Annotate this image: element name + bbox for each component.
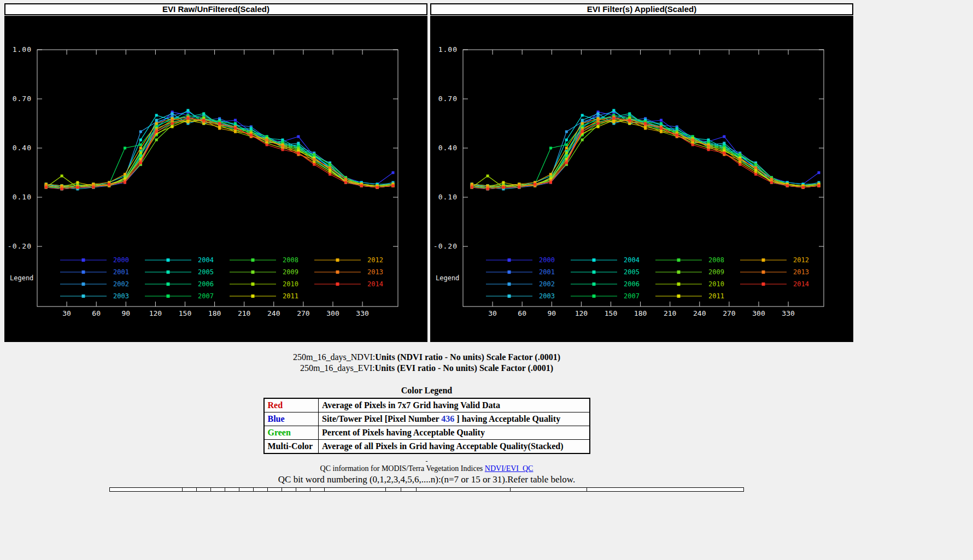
qc-table-cell bbox=[211, 488, 225, 492]
color-legend-table: Red Average of Pixels in 7x7 Grid having… bbox=[263, 398, 590, 454]
svg-text:2007: 2007 bbox=[198, 292, 214, 300]
svg-text:120: 120 bbox=[149, 309, 162, 317]
ndvi-units-text: Units (NDVI ratio - No units) Scale Fact… bbox=[375, 352, 560, 362]
evi-raw-panel: EVI Raw/UnFiltered(Scaled) 1.000.700.400… bbox=[4, 3, 427, 342]
color-desc-blue: Site/Tower Pixel [Pixel Number 436 ] hav… bbox=[319, 412, 590, 426]
svg-text:2004: 2004 bbox=[624, 256, 640, 264]
svg-text:2013: 2013 bbox=[367, 268, 383, 276]
svg-text:150: 150 bbox=[179, 309, 191, 317]
evi-filtered-chart-area: 1.000.700.400.10-0.203060901201501802102… bbox=[430, 16, 853, 342]
units-captions: 250m_16_days_NDVI:Units (NDVI ratio - No… bbox=[0, 352, 853, 374]
qc-table-cell bbox=[511, 488, 587, 492]
qc-table-cell bbox=[401, 488, 417, 492]
color-key-green: Green bbox=[264, 426, 319, 440]
qc-table-cell bbox=[282, 488, 296, 492]
svg-text:2000: 2000 bbox=[539, 256, 555, 264]
svg-text:2012: 2012 bbox=[793, 256, 809, 264]
qc-info-text: QC information for MODIS/Terra Vegetatio… bbox=[320, 464, 485, 473]
svg-text:2006: 2006 bbox=[624, 280, 640, 288]
evi-raw-chart-area: 1.000.700.400.10-0.203060901201501802102… bbox=[4, 16, 427, 342]
svg-text:30: 30 bbox=[488, 309, 497, 317]
color-key-red: Red bbox=[264, 398, 319, 412]
svg-text:Legend: Legend bbox=[436, 274, 459, 282]
svg-text:2007: 2007 bbox=[624, 292, 640, 300]
svg-text:0.40: 0.40 bbox=[438, 144, 458, 152]
svg-text:2001: 2001 bbox=[539, 268, 555, 276]
svg-text:2002: 2002 bbox=[539, 280, 555, 288]
qc-info-line: QC information for MODIS/Terra Vegetatio… bbox=[0, 464, 853, 474]
svg-text:300: 300 bbox=[752, 309, 765, 317]
qc-table-cell bbox=[587, 488, 743, 492]
svg-text:2004: 2004 bbox=[198, 256, 214, 264]
svg-text:2003: 2003 bbox=[113, 292, 129, 300]
qc-table-cell bbox=[386, 488, 401, 492]
qc-table-cell bbox=[310, 488, 325, 492]
evi-filtered-panel: EVI Filter(s) Applied(Scaled) 1.000.700.… bbox=[430, 3, 853, 342]
page: { "panels": [ { "title": "EVI Raw/UnFilt… bbox=[0, 0, 973, 560]
svg-text:180: 180 bbox=[634, 309, 647, 317]
evi-units-caption: 250m_16_days_EVI:Units (EVI ratio - No u… bbox=[0, 363, 853, 374]
qc-bit-line: QC bit word numbering (0,1,2,3,4,5,6,...… bbox=[0, 474, 853, 486]
svg-text:240: 240 bbox=[267, 309, 280, 317]
color-legend-row-multicolor: Multi-Color Average of all Pixels in Gri… bbox=[264, 440, 590, 454]
svg-text:2012: 2012 bbox=[367, 256, 383, 264]
color-legend-row-blue: Blue Site/Tower Pixel [Pixel Number 436 … bbox=[264, 412, 590, 426]
svg-text:270: 270 bbox=[723, 309, 735, 317]
svg-text:330: 330 bbox=[356, 309, 368, 317]
svg-text:150: 150 bbox=[605, 309, 617, 317]
svg-text:180: 180 bbox=[208, 309, 221, 317]
svg-text:0.10: 0.10 bbox=[438, 193, 458, 201]
svg-text:2009: 2009 bbox=[708, 268, 724, 276]
svg-text:0.70: 0.70 bbox=[438, 95, 458, 103]
svg-text:300: 300 bbox=[326, 309, 339, 317]
qc-table-cell bbox=[225, 488, 239, 492]
svg-text:2003: 2003 bbox=[539, 292, 555, 300]
svg-text:2008: 2008 bbox=[283, 256, 298, 264]
svg-text:2008: 2008 bbox=[708, 256, 724, 264]
svg-text:2002: 2002 bbox=[113, 280, 129, 288]
svg-text:1.00: 1.00 bbox=[438, 45, 458, 54]
evi-units-prefix: 250m_16_days_EVI: bbox=[300, 363, 375, 373]
ndvi-units-prefix: 250m_16_days_NDVI: bbox=[293, 352, 375, 362]
qc-table-cell bbox=[268, 488, 282, 492]
color-legend-title: Color Legend bbox=[0, 386, 853, 396]
pixel-number-value: 436 bbox=[441, 414, 454, 423]
svg-text:2011: 2011 bbox=[283, 292, 298, 300]
evi-filtered-plot: 1.000.700.400.10-0.203060901201501802102… bbox=[431, 17, 852, 341]
pixel-desc-post: ] having Acceptable Quality bbox=[454, 414, 560, 423]
svg-text:-0.20: -0.20 bbox=[433, 242, 458, 250]
svg-text:0.40: 0.40 bbox=[13, 144, 32, 152]
evi-units-text: Units (EVI ratio - No units) Scale Facto… bbox=[375, 363, 553, 373]
qc-table-cell bbox=[197, 488, 211, 492]
svg-text:330: 330 bbox=[782, 309, 794, 317]
below-charts-content: 250m_16_days_NDVI:Units (NDVI ratio - No… bbox=[0, 352, 853, 492]
qc-table-cell bbox=[417, 488, 511, 492]
qc-table-cell bbox=[239, 488, 254, 492]
qc-dash: - bbox=[0, 458, 853, 464]
qc-table-strip bbox=[109, 487, 744, 492]
qc-table-cell bbox=[254, 488, 268, 492]
svg-text:270: 270 bbox=[297, 309, 309, 317]
svg-text:2014: 2014 bbox=[793, 280, 809, 288]
svg-text:2010: 2010 bbox=[283, 280, 298, 288]
qc-table-cell bbox=[110, 488, 183, 492]
color-desc-green: Percent of Pixels having Acceptable Qual… bbox=[319, 426, 590, 440]
svg-text:60: 60 bbox=[92, 309, 101, 317]
qc-table-cell bbox=[296, 488, 310, 492]
svg-text:1.00: 1.00 bbox=[13, 45, 32, 54]
qc-table-cell bbox=[183, 488, 197, 492]
svg-text:2006: 2006 bbox=[198, 280, 214, 288]
qc-link[interactable]: NDVI/EVI_QC bbox=[485, 464, 534, 473]
color-desc-red: Average of Pixels in 7x7 Grid having Val… bbox=[319, 398, 590, 412]
svg-text:2001: 2001 bbox=[113, 268, 129, 276]
svg-text:2009: 2009 bbox=[283, 268, 298, 276]
chart-panels-row: EVI Raw/UnFiltered(Scaled) 1.000.700.400… bbox=[0, 0, 973, 342]
evi-raw-title: EVI Raw/UnFiltered(Scaled) bbox=[4, 3, 427, 15]
svg-text:2013: 2013 bbox=[793, 268, 809, 276]
svg-text:2000: 2000 bbox=[113, 256, 129, 264]
svg-text:2005: 2005 bbox=[198, 268, 214, 276]
color-desc-multicolor: Average of all Pixels in Grid having Acc… bbox=[319, 440, 590, 454]
svg-text:30: 30 bbox=[62, 309, 71, 317]
color-legend-row-green: Green Percent of Pixels having Acceptabl… bbox=[264, 426, 590, 440]
svg-text:240: 240 bbox=[693, 309, 706, 317]
